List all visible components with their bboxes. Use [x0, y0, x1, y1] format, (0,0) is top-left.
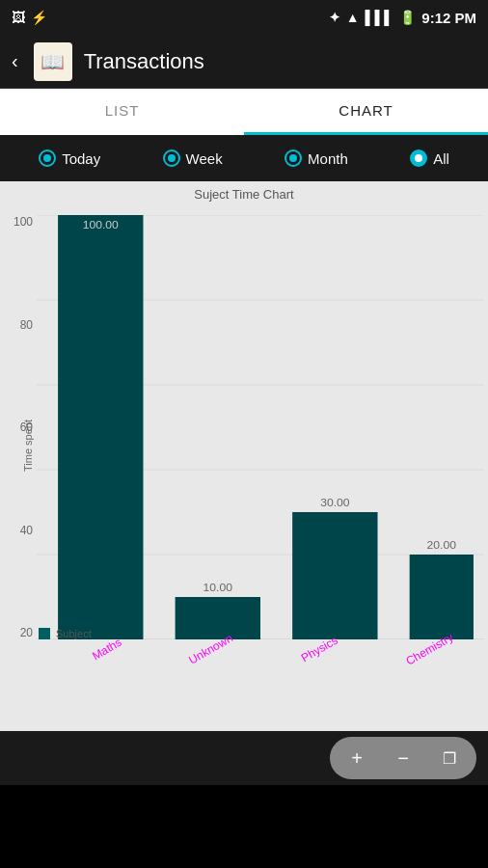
zoom-controls: + − ❐ [330, 737, 476, 779]
y-label-40: 40 [20, 524, 33, 537]
zoom-bar: + − ❐ [0, 731, 488, 785]
zoom-out-button[interactable]: − [388, 743, 419, 773]
legend-label: Subject [56, 628, 92, 639]
y-label-80: 80 [20, 318, 33, 332]
book-icon: 📖 [41, 50, 65, 73]
radio-today-inner [43, 154, 51, 162]
y-label-100: 100 [14, 215, 33, 229]
filter-week[interactable]: Week [163, 149, 223, 167]
chart-area: Suject Time Chart Time spent 100 80 60 4… [0, 181, 488, 731]
svg-rect-12 [410, 555, 474, 639]
svg-rect-10 [292, 512, 377, 639]
filter-today[interactable]: Today [39, 149, 100, 167]
tab-bar: LIST CHART [0, 89, 488, 135]
status-left-icons: 🖼 ⚡ [12, 10, 47, 25]
back-icon[interactable]: ‹ [12, 50, 18, 72]
wifi-icon: ▲ [346, 10, 360, 25]
filter-all-label: All [433, 150, 449, 167]
x-label-maths: Maths [90, 636, 123, 663]
y-label-60: 60 [20, 420, 33, 434]
x-axis-labels: Maths Unknown Physics Chemistry [37, 639, 484, 697]
radio-all [410, 149, 427, 167]
svg-text:20.00: 20.00 [427, 540, 456, 551]
filter-row: Today Week Month All [0, 135, 488, 181]
radio-month-inner [289, 154, 297, 162]
app-logo: 📖 [34, 42, 72, 81]
filter-month[interactable]: Month [285, 149, 348, 167]
filter-today-label: Today [62, 150, 100, 167]
tab-chart[interactable]: CHART [244, 89, 488, 135]
zoom-in-icon: + [351, 747, 363, 770]
filter-month-label: Month [308, 150, 348, 167]
bolt-icon: ⚡ [31, 10, 47, 25]
chart-svg: 100.00 10.00 30.00 20.00 [37, 215, 484, 639]
filter-week-label: Week [186, 150, 223, 167]
svg-text:30.00: 30.00 [320, 498, 349, 508]
svg-text:10.00: 10.00 [203, 583, 232, 593]
tab-list[interactable]: LIST [0, 89, 244, 135]
battery-icon: 🔋 [399, 10, 416, 25]
legend-color-box [39, 628, 50, 639]
svg-text:100.00: 100.00 [83, 220, 119, 231]
app-bar: ‹ 📖 Transactions [0, 35, 488, 89]
status-right-area: ✦ ▲ ▌▌▌ 🔋 9:12 PM [329, 10, 476, 26]
signal-icon: ▌▌▌ [366, 10, 394, 25]
zoom-reset-button[interactable]: ❐ [434, 743, 465, 773]
radio-month [285, 149, 302, 167]
image-icon: 🖼 [12, 10, 25, 25]
y-axis: 100 80 60 40 20 [0, 215, 37, 639]
radio-all-inner [415, 154, 422, 162]
svg-rect-8 [176, 597, 260, 639]
radio-week [163, 149, 180, 167]
chart-title: Suject Time Chart [0, 181, 488, 205]
zoom-in-button[interactable]: + [341, 743, 372, 773]
filter-all[interactable]: All [410, 149, 449, 167]
chart-legend: Subject [39, 628, 92, 639]
chart-inner: Time spent 100 80 60 40 20 100.00 [0, 205, 488, 697]
zoom-reset-icon: ❐ [443, 749, 456, 768]
radio-today [39, 149, 56, 167]
y-label-20: 20 [20, 626, 33, 639]
radio-week-inner [168, 154, 176, 162]
zoom-out-icon: − [397, 747, 409, 770]
bluetooth-icon: ✦ [329, 10, 340, 25]
time-display: 9:12 PM [421, 10, 476, 26]
status-bar: 🖼 ⚡ ✦ ▲ ▌▌▌ 🔋 9:12 PM [0, 0, 488, 35]
app-title: Transactions [84, 49, 204, 74]
svg-rect-6 [58, 215, 143, 639]
